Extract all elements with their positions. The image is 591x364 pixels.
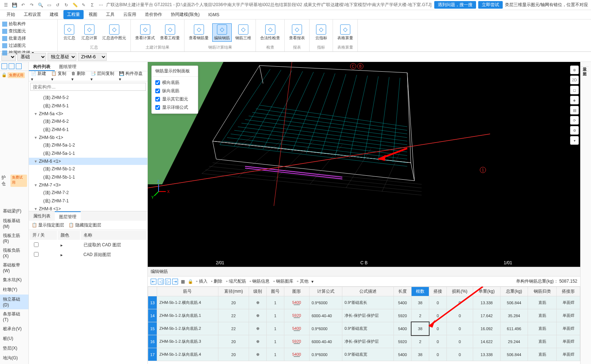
rebar-row[interactable]: 14ZHM-5b-1-2.纵向底筋.122⊕159206000-40-40净长-… (148, 309, 580, 322)
rebar-header[interactable]: 钢筋归类 (528, 287, 556, 296)
tree-node[interactable]: ▾ZHM-6 <1> (29, 158, 147, 165)
ribbon-btn-2-2[interactable]: ◇钢筋三维 (234, 24, 253, 41)
menu-icon[interactable]: ☰ (3, 2, 9, 8)
tree-node[interactable]: (底) ZHM-5a-1-1 (29, 149, 147, 158)
component-toolbar-2[interactable]: 🗑 删除 ▾ (71, 71, 88, 81)
view-dyn-icon[interactable]: ⟳ (570, 116, 579, 125)
view-cube-icon[interactable]: ◻ (570, 86, 579, 94)
category-item[interactable]: 桩(U) (0, 334, 28, 343)
nav-last-icon[interactable]: ⇥ (172, 279, 178, 284)
rebar-header[interactable]: 总重(kg) (500, 287, 528, 296)
category-item[interactable]: 桩承台(V) (0, 324, 28, 334)
redo-icon[interactable]: ↷ (29, 2, 35, 8)
highlight-icon[interactable]: ✎ (81, 2, 86, 8)
rebar-header[interactable]: 根数 (412, 287, 429, 296)
component-tab-0[interactable]: 构件列表 (29, 62, 55, 71)
display-option-2[interactable]: 显示其它图元 (155, 96, 194, 102)
nav-icon-2[interactable] (9, 63, 14, 69)
filter-dropdown-2[interactable]: 独立基础 (48, 53, 76, 61)
ribbon-tab-7[interactable]: 造价协作 (141, 10, 166, 19)
tree-node[interactable]: (顶) ZHM-5b-1-2 (29, 165, 147, 173)
component-toolbar-1[interactable]: 📋 复制 ▾ (51, 71, 69, 81)
3d-viewport[interactable]: C B 1 X Y Z 钢筋显示控制面板 横向底筋 纵向底筋 显示其它图元 显示… (148, 62, 580, 267)
region-icon[interactable]: ▭ (46, 2, 52, 8)
layer-toolbar-0[interactable]: 📋 显示指定图层 (32, 222, 64, 228)
component-toolbar-0[interactable]: 📄 新建 ▾ (31, 71, 49, 81)
view-iso-icon[interactable]: ◈ (570, 96, 579, 104)
rebar-header[interactable]: 长度 (394, 287, 411, 296)
ribbon-btn-0-0[interactable]: ◇云汇总 (61, 24, 78, 41)
tree-node[interactable]: (底) ZHM-6-1 (29, 126, 147, 134)
ribbon-btn-1-0[interactable]: ◇查看计算式 (134, 24, 156, 41)
ribbon-btn-5-0[interactable]: ◇云指标 (312, 24, 330, 41)
tree-node[interactable]: (顶) ZHM-5-2 (29, 94, 147, 102)
tree-node[interactable]: ▾ZHM-7 <3> (29, 181, 147, 189)
ribbon-tab-3[interactable]: 工程量 (63, 10, 84, 19)
display-option-0[interactable]: 横向底筋 (155, 80, 194, 86)
rebar-row[interactable]: 17ZHM-5b-1-2.纵向底筋.420⊕154000.9*60000.9*基… (148, 348, 580, 361)
category-item[interactable]: 筏板基础(M) (0, 216, 28, 231)
rebar-tool-2[interactable]: ▫ 缩尺配筋 (226, 278, 246, 284)
view-settings-icon[interactable]: ⚙ (570, 126, 579, 135)
rebar-header[interactable]: 直径(mm) (218, 287, 249, 296)
tree-node[interactable]: ▾ZHM-5b <1> (29, 134, 147, 141)
tree-node[interactable]: (顶) ZHM-7-2 (29, 189, 147, 197)
tree-node[interactable]: ▾ZHM-8 <1> (29, 205, 147, 211)
rebar-header[interactable]: 搭接 (429, 287, 446, 296)
property-tab-1[interactable]: 图层管理 (55, 211, 81, 221)
rebar-tool-4[interactable]: ▫ 钢筋图库 (273, 278, 293, 284)
dock-tab-1[interactable]: 显示设 (581, 62, 589, 67)
save-icon[interactable]: 💾 (12, 2, 17, 8)
ribbon-btn-6-0[interactable]: ◇表格算量 (336, 24, 355, 41)
component-toolbar-3[interactable]: 📑 层间复制 ▾ (90, 71, 117, 81)
ribbon-tab-0[interactable]: 开始 (3, 10, 19, 19)
category-item[interactable]: 条形基础(T) (0, 309, 28, 324)
search-hint-button[interactable]: 遇到问题，搜一搜 (434, 1, 476, 9)
tree-node[interactable]: (顶) ZHM-5a-1-2 (29, 141, 147, 149)
ribbon-tab-6[interactable]: 云应用 (120, 10, 140, 19)
category-item[interactable]: 基础板带(W) (0, 260, 28, 275)
try-now-button[interactable]: 立即尝试 (478, 1, 503, 9)
undo-icon[interactable]: ↶ (20, 2, 26, 8)
filter-dropdown-3[interactable]: ZHM-6 (78, 53, 107, 61)
compass-icon[interactable]: ⊕ (570, 66, 579, 74)
category-item[interactable]: 基础梁(F) (0, 206, 28, 216)
ribbon-tab-2[interactable]: 建模 (46, 10, 62, 19)
view-collapse-icon[interactable]: ▾ (570, 136, 579, 145)
display-option-1[interactable]: 纵向底筋 (155, 88, 194, 94)
ribbon-tab-1[interactable]: 工程设置 (20, 10, 45, 19)
rebar-header[interactable]: 单重(kg) (473, 287, 500, 296)
category-item[interactable]: 垫层(X) (0, 343, 28, 353)
measure-icon[interactable]: 📏 (72, 2, 78, 8)
selection-tool-2[interactable]: 批量选择 (2, 35, 55, 41)
tree-node[interactable]: ▾ZHM-5a <3> (29, 110, 147, 117)
nav-icon-1[interactable] (1, 63, 7, 69)
filter-dropdown-1[interactable]: 基础 (17, 53, 46, 61)
nav-icon-3[interactable] (16, 63, 22, 69)
sum-icon[interactable]: Σ (89, 2, 95, 8)
layer-row[interactable]: ▸已提取的 CAD 图层 (30, 241, 147, 250)
rebar-tool-1[interactable]: ▫ 删除 (211, 278, 223, 284)
ribbon-btn-4-0[interactable]: ◇查看报表 (288, 24, 306, 41)
back-icon[interactable]: ↺ (55, 2, 61, 8)
rebar-header[interactable]: 图形 (284, 287, 309, 296)
view-2d-icon[interactable]: 2D (570, 76, 579, 84)
dropdown-icon[interactable]: ▾ (311, 279, 314, 284)
category-item[interactable]: 地沟(G) (0, 353, 28, 363)
category-item[interactable]: 筏板主筋(R) (0, 231, 28, 246)
rebar-header[interactable]: 级别 (249, 287, 267, 296)
layer-row[interactable]: ▸CAD 原始图层 (30, 250, 147, 259)
ribbon-btn-2-1[interactable]: ◇编辑钢筋 (212, 23, 232, 42)
category-item[interactable]: 柱墩(Y) (0, 285, 28, 295)
rebar-header[interactable]: 计算公式 (309, 287, 342, 296)
rebar-header[interactable]: 图号 (267, 287, 284, 296)
rebar-tool-0[interactable]: ▫ 插入 (196, 278, 208, 284)
ribbon-tab-5[interactable]: 工具 (102, 10, 118, 19)
category-item[interactable]: 筏板负筋(X) (0, 246, 28, 260)
dock-tab-2[interactable]: 图元显 (581, 67, 589, 71)
nav-next-icon[interactable]: ▷ (165, 279, 171, 284)
tree-node[interactable]: (底) ZHM-5-1 (29, 102, 147, 110)
rebar-row[interactable]: 13ZHM-5b-1-2.横向底筋.420⊕154000.9*60000.9*基… (148, 296, 580, 309)
view-persp-icon[interactable]: ▤ (570, 106, 579, 114)
component-search-input[interactable] (30, 83, 146, 91)
